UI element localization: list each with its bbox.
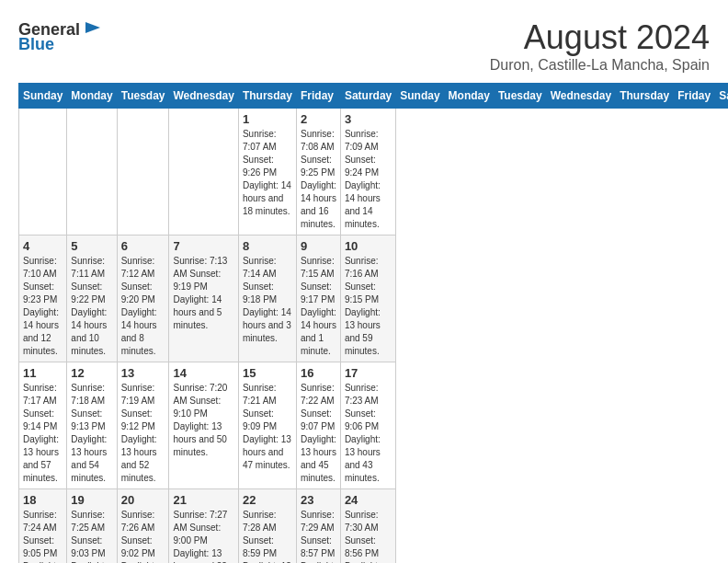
calendar-day-cell: 12Sunrise: 7:18 AM Sunset: 9:13 PM Dayli… [67,362,117,489]
day-info: Sunrise: 7:24 AM Sunset: 9:05 PM Dayligh… [23,509,63,563]
day-of-week-header: Monday [444,84,494,109]
day-number: 20 [121,493,165,507]
calendar-day-cell [19,109,67,236]
day-number: 3 [345,112,392,126]
day-number: 21 [173,493,233,507]
day-number: 17 [345,366,392,380]
day-info: Sunrise: 7:15 AM Sunset: 9:17 PM Dayligh… [301,255,336,358]
day-number: 9 [301,239,336,253]
day-info: Sunrise: 7:20 AM Sunset: 9:10 PM Dayligh… [173,382,233,459]
calendar-day-cell: 5Sunrise: 7:11 AM Sunset: 9:22 PM Daylig… [67,236,117,362]
calendar-header-row: SundayMondayTuesdayWednesdayThursdayFrid… [19,84,729,109]
day-info: Sunrise: 7:09 AM Sunset: 9:24 PM Dayligh… [345,128,392,231]
day-info: Sunrise: 7:10 AM Sunset: 9:23 PM Dayligh… [23,255,63,358]
day-number: 16 [301,366,336,380]
calendar-day-cell: 14Sunrise: 7:20 AM Sunset: 9:10 PM Dayli… [169,362,238,489]
calendar-day-cell [67,109,117,236]
calendar-day-cell: 3Sunrise: 7:09 AM Sunset: 9:24 PM Daylig… [340,109,395,236]
day-of-week-header: Thursday [616,84,674,109]
day-number: 24 [345,493,392,507]
calendar-day-cell: 7Sunrise: 7:13 AM Sunset: 9:19 PM Daylig… [169,236,238,362]
calendar-day-cell: 19Sunrise: 7:25 AM Sunset: 9:03 PM Dayli… [67,489,117,564]
day-info: Sunrise: 7:17 AM Sunset: 9:14 PM Dayligh… [23,382,63,485]
calendar-day-cell: 10Sunrise: 7:16 AM Sunset: 9:15 PM Dayli… [340,236,395,362]
day-of-week-header: Saturday [340,84,395,109]
day-info: Sunrise: 7:30 AM Sunset: 8:56 PM Dayligh… [345,509,392,563]
day-number: 14 [173,366,233,380]
day-info: Sunrise: 7:23 AM Sunset: 9:06 PM Dayligh… [345,382,392,485]
day-info: Sunrise: 7:28 AM Sunset: 8:59 PM Dayligh… [243,509,292,563]
day-of-week-header: Thursday [238,84,296,109]
logo-blue: Blue [18,35,54,54]
day-info: Sunrise: 7:19 AM Sunset: 9:12 PM Dayligh… [121,382,165,485]
calendar-day-cell: 2Sunrise: 7:08 AM Sunset: 9:25 PM Daylig… [296,109,340,236]
calendar-day-cell [117,109,169,236]
day-of-week-header: Sunday [396,84,444,109]
day-number: 13 [121,366,165,380]
calendar-day-cell: 18Sunrise: 7:24 AM Sunset: 9:05 PM Dayli… [19,489,67,564]
day-info: Sunrise: 7:16 AM Sunset: 9:15 PM Dayligh… [345,255,392,358]
day-number: 7 [173,239,233,253]
day-info: Sunrise: 7:22 AM Sunset: 9:07 PM Dayligh… [301,382,336,485]
day-info: Sunrise: 7:13 AM Sunset: 9:19 PM Dayligh… [173,255,233,332]
day-info: Sunrise: 7:29 AM Sunset: 8:57 PM Dayligh… [301,509,336,563]
day-of-week-header: Wednesday [169,84,238,109]
day-info: Sunrise: 7:07 AM Sunset: 9:26 PM Dayligh… [243,128,292,218]
day-number: 5 [71,239,112,253]
day-info: Sunrise: 7:18 AM Sunset: 9:13 PM Dayligh… [71,382,112,485]
calendar-day-cell: 13Sunrise: 7:19 AM Sunset: 9:12 PM Dayli… [117,362,169,489]
calendar-day-cell: 4Sunrise: 7:10 AM Sunset: 9:23 PM Daylig… [19,236,67,362]
day-number: 23 [301,493,336,507]
calendar-day-cell: 9Sunrise: 7:15 AM Sunset: 9:17 PM Daylig… [296,236,340,362]
day-number: 4 [23,239,63,253]
day-number: 12 [71,366,112,380]
header: General Blue August 2024 Duron, Castille… [18,18,710,74]
day-info: Sunrise: 7:25 AM Sunset: 9:03 PM Dayligh… [71,509,112,563]
day-number: 15 [243,366,292,380]
calendar-week-row: 4Sunrise: 7:10 AM Sunset: 9:23 PM Daylig… [19,236,729,362]
day-number: 11 [23,366,63,380]
day-info: Sunrise: 7:11 AM Sunset: 9:22 PM Dayligh… [71,255,112,358]
month-year-title: August 2024 [490,18,710,57]
calendar-day-cell: 24Sunrise: 7:30 AM Sunset: 8:56 PM Dayli… [340,489,395,564]
day-number: 8 [243,239,292,253]
calendar-day-cell: 16Sunrise: 7:22 AM Sunset: 9:07 PM Dayli… [296,362,340,489]
day-of-week-header: Friday [674,84,715,109]
day-info: Sunrise: 7:21 AM Sunset: 9:09 PM Dayligh… [243,382,292,472]
calendar-day-cell: 21Sunrise: 7:27 AM Sunset: 9:00 PM Dayli… [169,489,238,564]
calendar-day-cell: 8Sunrise: 7:14 AM Sunset: 9:18 PM Daylig… [238,236,296,362]
day-number: 18 [23,493,63,507]
day-number: 1 [243,112,292,126]
calendar-day-cell: 17Sunrise: 7:23 AM Sunset: 9:06 PM Dayli… [340,362,395,489]
day-info: Sunrise: 7:27 AM Sunset: 9:00 PM Dayligh… [173,509,233,563]
calendar-day-cell: 1Sunrise: 7:07 AM Sunset: 9:26 PM Daylig… [238,109,296,236]
svg-marker-0 [85,22,100,33]
calendar-week-row: 1Sunrise: 7:07 AM Sunset: 9:26 PM Daylig… [19,109,729,236]
day-number: 22 [243,493,292,507]
day-of-week-header: Friday [296,84,340,109]
location-subtitle: Duron, Castille-La Mancha, Spain [490,57,710,74]
calendar-day-cell: 6Sunrise: 7:12 AM Sunset: 9:20 PM Daylig… [117,236,169,362]
day-info: Sunrise: 7:26 AM Sunset: 9:02 PM Dayligh… [121,509,165,563]
day-number: 19 [71,493,112,507]
calendar-day-cell [169,109,238,236]
calendar-day-cell: 20Sunrise: 7:26 AM Sunset: 9:02 PM Dayli… [117,489,169,564]
day-info: Sunrise: 7:12 AM Sunset: 9:20 PM Dayligh… [121,255,165,358]
day-of-week-header: Monday [67,84,117,109]
calendar-table: SundayMondayTuesdayWednesdayThursdayFrid… [18,83,728,563]
day-info: Sunrise: 7:14 AM Sunset: 9:18 PM Dayligh… [243,255,292,345]
calendar-week-row: 18Sunrise: 7:24 AM Sunset: 9:05 PM Dayli… [19,489,729,564]
calendar-week-row: 11Sunrise: 7:17 AM Sunset: 9:14 PM Dayli… [19,362,729,489]
calendar-day-cell: 15Sunrise: 7:21 AM Sunset: 9:09 PM Dayli… [238,362,296,489]
day-number: 2 [301,112,336,126]
title-section: August 2024 Duron, Castille-La Mancha, S… [490,18,710,74]
day-info: Sunrise: 7:08 AM Sunset: 9:25 PM Dayligh… [301,128,336,231]
logo: General Blue [18,18,104,54]
day-number: 6 [121,239,165,253]
logo-flag-icon [82,18,104,40]
day-of-week-header: Tuesday [494,84,546,109]
day-of-week-header: Tuesday [117,84,169,109]
day-of-week-header: Saturday [715,84,728,109]
calendar-day-cell: 11Sunrise: 7:17 AM Sunset: 9:14 PM Dayli… [19,362,67,489]
calendar-day-cell: 22Sunrise: 7:28 AM Sunset: 8:59 PM Dayli… [238,489,296,564]
